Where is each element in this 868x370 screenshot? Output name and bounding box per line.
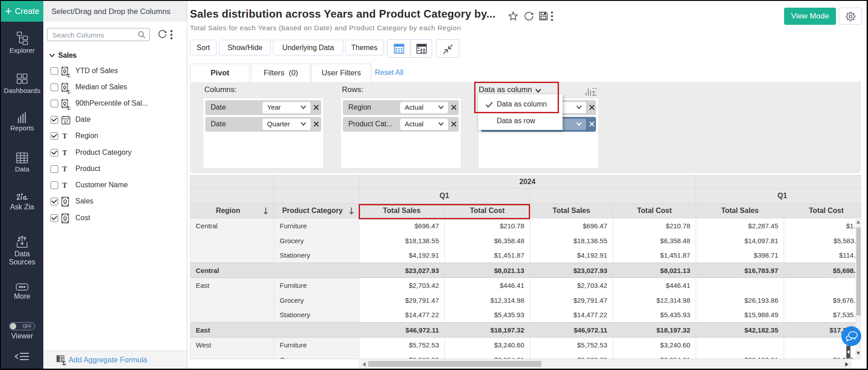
svg-text:Σ: Σ xyxy=(67,89,70,93)
svg-text:17: 17 xyxy=(64,120,69,124)
svg-text:Σ: Σ xyxy=(67,73,70,77)
svg-text:Σ: Σ xyxy=(67,105,70,110)
svg-text:Σ: Σ xyxy=(62,360,66,366)
svg-text:Σ: Σ xyxy=(592,90,596,96)
